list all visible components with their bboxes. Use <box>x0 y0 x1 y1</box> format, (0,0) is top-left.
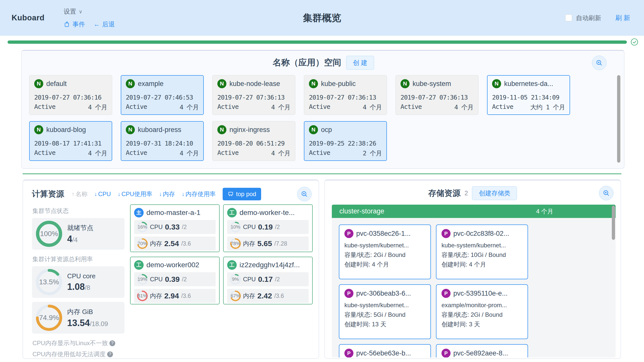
namespace-status: Active <box>126 149 147 157</box>
namespace-icon: N <box>217 125 226 134</box>
namespace-age: 4 个月 <box>88 103 107 111</box>
settings-menu[interactable]: 设置 ∨ <box>64 7 115 16</box>
namespace-status: Active <box>217 149 238 157</box>
sort-by-name[interactable]: ↑ 名称 <box>72 190 88 198</box>
refresh-button[interactable]: 刷 新 <box>615 14 630 22</box>
namespace-created: 2019-11-05 21:34:09 <box>492 94 565 101</box>
node-memory-label: 内存 <box>243 292 255 300</box>
auto-refresh-label: 自动刷新 <box>576 14 601 22</box>
namespace-card[interactable]: N ocp 2019-09-25 22:38:26 Active 2 个月 <box>304 121 387 161</box>
storage-panel: 存储资源 2 创建存储类 cluster-storage 4 个月 P pvc-… <box>325 180 621 359</box>
pvc-icon: P <box>441 349 451 357</box>
memory-total: /18.09 <box>90 320 108 328</box>
namespace-icon: N <box>400 79 410 88</box>
sort-by-memory[interactable]: ↓ 内存 <box>159 190 175 198</box>
sort-by-cpu[interactable]: ↓ CPU <box>94 191 111 198</box>
storage-scrollbar[interactable] <box>612 206 615 240</box>
sort-by-cpu-usage[interactable]: ↓ CPU使用率 <box>118 190 152 198</box>
namespace-icon: N <box>309 79 318 88</box>
create-namespace-button[interactable]: 创 建 <box>346 56 374 70</box>
namespace-card[interactable]: N kube-node-lease 2019-07-27 07:36:13 Ac… <box>212 75 295 115</box>
master-node-icon: 主 <box>134 208 144 217</box>
node-memory-pct: 81% <box>138 293 147 299</box>
namespaces-zoom-button[interactable] <box>592 56 607 70</box>
namespace-age: 4 个月 <box>363 103 382 111</box>
pvc-card[interactable]: P pvc-5395110e-e... example/monitor-prom… <box>436 284 528 339</box>
check-circle-icon <box>630 38 638 46</box>
node-memory-total: /7.28 <box>274 240 287 247</box>
events-link[interactable]: 事件 <box>64 20 85 28</box>
ready-total: /4 <box>72 236 78 244</box>
create-storage-class-button[interactable]: 创建存储类 <box>472 186 517 200</box>
namespace-age: 4 个月 <box>180 149 199 157</box>
footnote-link[interactable]: CPU内存显示与Linux不一致 ? <box>32 339 125 347</box>
namespace-name: kube-system <box>413 80 451 88</box>
pvc-capacity: 容量/状态: 2Gi / Bound <box>344 250 425 260</box>
node-memory-stat: 81% 内存 2.94 /3.6 <box>134 289 216 303</box>
node-card[interactable]: 主 demo-master-a-1 16% CPU 0.33 /2 70% <box>130 204 220 252</box>
namespace-card[interactable]: N kube-public 2019-07-27 07:36:13 Active… <box>304 75 387 115</box>
auto-refresh-checkbox[interactable] <box>565 15 572 21</box>
back-link[interactable]: ← 后退 <box>94 20 115 28</box>
node-card[interactable]: 工 demo-worker002 19% CPU 0.39 /2 81% <box>130 257 220 304</box>
namespace-card[interactable]: N kubernetes-da... 2019-11-05 21:34:09 A… <box>487 75 570 115</box>
namespace-status: Active <box>34 149 55 157</box>
cpu-ring: 13.5% <box>36 269 62 295</box>
back-label: 后退 <box>102 20 115 28</box>
namespace-card[interactable]: N default 2019-07-27 07:36:16 Active 4 个… <box>29 75 112 115</box>
namespace-created: 2019-08-20 06:51:29 <box>217 140 290 147</box>
namespace-name: nginx-ingress <box>229 126 270 134</box>
node-cpu-ring: 16% <box>137 222 148 232</box>
storage-class-age: 4 个月 <box>536 207 553 215</box>
namespace-status: Active <box>309 149 330 157</box>
sort-desc-icon: ↓ <box>118 191 120 197</box>
namespace-age: 4 个月 <box>454 103 473 111</box>
node-memory-pct: 70% <box>138 241 147 246</box>
memory-label: 内存 GiB <box>67 307 108 316</box>
node-card[interactable]: 工 demo-worker-te... 10% CPU 0.19 /2 78% <box>223 204 313 252</box>
node-cpu-pct: 19% <box>138 277 147 282</box>
pvc-card[interactable]: P pvc-0358ec26-1... kube-system/kubernet… <box>339 224 431 279</box>
namespace-name: example <box>138 80 164 88</box>
namespace-card[interactable]: N kuboard-press 2019-07-31 18:24:10 Acti… <box>121 121 204 161</box>
namespace-icon: N <box>126 125 135 134</box>
node-card[interactable]: 工 iz2zedgghv14j4zf... 9% CPU 0.17 /2 67% <box>223 257 313 304</box>
node-cpu-value: 0.17 <box>258 275 273 284</box>
footnote-link[interactable]: CPU内存使用低却无法调度 ? <box>32 350 125 358</box>
node-cpu-pct: 9% <box>232 277 239 282</box>
namespace-icon: N <box>492 79 501 88</box>
namespace-age: 4 个月 <box>271 149 290 157</box>
cpu-label: CPU core <box>67 272 96 280</box>
storage-class-header[interactable]: cluster-storage 4 个月 <box>332 205 616 218</box>
pvc-name: pvc-5395110e-e... <box>453 290 508 297</box>
app-logo: Kuboard <box>12 13 45 22</box>
pvc-created: 创建时间: 4 个月 <box>441 260 522 269</box>
top-pod-button[interactable]: top pod <box>223 188 261 200</box>
namespace-card[interactable]: N kube-system 2019-07-27 07:36:13 Active… <box>395 75 478 115</box>
storage-zoom-button[interactable] <box>599 186 614 200</box>
sort-label: CPU使用率 <box>122 190 152 198</box>
namespace-card[interactable]: N nginx-ingress 2019-08-20 06:51:29 Acti… <box>212 121 295 161</box>
node-cpu-total: /2 <box>182 224 187 231</box>
pvc-card[interactable]: P pvc-0c2c83f8-02... kube-system/kuberne… <box>436 224 528 279</box>
pvc-card[interactable]: P pvc-306beab3-6... kube-system/kubernet… <box>339 284 431 339</box>
node-cpu-stat: 16% CPU 0.33 /2 <box>134 220 216 234</box>
pvc-icon: P <box>344 229 353 238</box>
section-divider <box>23 173 621 174</box>
namespace-card-grid: N default 2019-07-27 07:36:16 Active 4 个… <box>29 75 618 161</box>
pvc-card[interactable]: P pvc-56ebe63e-b... kube-system/kubernet… <box>339 344 431 357</box>
pvc-capacity: 容量/状态: 5Gi / Bound <box>344 310 425 320</box>
worker-node-icon: 工 <box>227 260 237 270</box>
events-label: 事件 <box>72 20 85 28</box>
namespace-icon: N <box>34 125 43 134</box>
zoom-in-icon <box>602 189 610 197</box>
pvc-card[interactable]: P pvc-5e892aee-8... example/monitor-prom… <box>436 344 528 357</box>
namespace-age: 2 个月 <box>363 149 382 157</box>
namespaces-scrollbar[interactable] <box>617 75 620 163</box>
namespace-card[interactable]: N example 2019-07-27 07:46:53 Active 4 个… <box>121 75 204 115</box>
node-cpu-label: CPU <box>243 276 256 283</box>
namespace-card[interactable]: N kuboard-blog 2019-08-17 17:41:31 Activ… <box>29 121 112 161</box>
node-cpu-ring: 9% <box>230 274 241 285</box>
compute-zoom-button[interactable] <box>297 187 312 201</box>
sort-by-memory-usage[interactable]: ↓ 内存使用率 <box>182 190 216 198</box>
